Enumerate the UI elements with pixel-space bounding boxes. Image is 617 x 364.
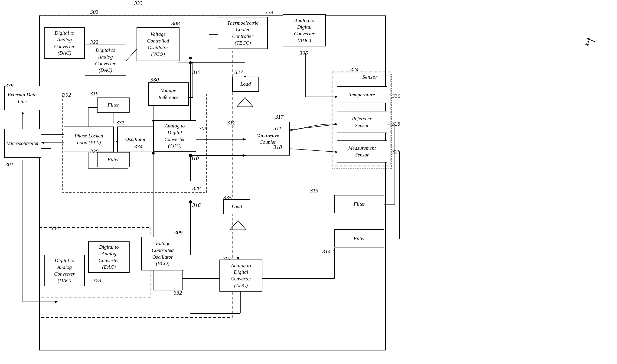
label-308: 308 xyxy=(171,20,180,27)
load-327-block: Load xyxy=(232,77,259,92)
svg-point-82 xyxy=(152,152,155,155)
label-328: 328 xyxy=(192,185,201,192)
filter-313-block: Filter xyxy=(334,195,384,213)
dac-bottom-left-block: Digital toAnalogConverter(DAC) xyxy=(44,255,85,286)
label-324: Sensor xyxy=(362,74,377,80)
svg-marker-10 xyxy=(41,142,44,144)
label-302: 302 xyxy=(63,92,71,98)
filter-319-block: Filter xyxy=(97,98,130,113)
svg-line-28 xyxy=(125,49,137,62)
vco-309-block: VoltageControlledOscillator(VCO) xyxy=(141,237,184,271)
voltage-ref-block: VoltageReference xyxy=(148,82,189,106)
svg-point-87 xyxy=(189,57,192,59)
label-307: 307 xyxy=(223,255,231,262)
adc-main-block: Analog toDigitalConverter(ADC) xyxy=(153,120,196,152)
svg-marker-62 xyxy=(333,248,336,251)
pll-block: Phase LockedLoop (PLL) xyxy=(64,127,114,152)
dac-323-block: Digital toAnalogConverter(DAC) xyxy=(88,241,130,273)
label-329: 329 xyxy=(265,9,273,15)
label-324-num: 324 xyxy=(350,66,358,73)
label-333: 333 xyxy=(134,0,143,6)
label-322: 322 xyxy=(90,39,98,45)
vco-308-block: VoltageControlledOscillator(VCO) xyxy=(137,27,180,61)
adc-307-block: Analog toDigitalConverter(ADC) xyxy=(219,260,263,292)
reference-sensor-block: ReferenceSensor xyxy=(337,111,387,133)
svg-line-47 xyxy=(288,124,338,130)
label-334: 334 xyxy=(134,143,143,150)
measurement-sensor-block: MeasurementSensor xyxy=(337,141,387,162)
label-304: 304 xyxy=(51,225,59,232)
label-305: 305 xyxy=(300,50,308,56)
label-339: 339 xyxy=(5,82,13,89)
label-327: 327 xyxy=(235,69,243,76)
label-332: 332 xyxy=(174,290,182,296)
corner-arrow xyxy=(584,36,598,48)
tecc-block: ThermoelectricCoolerController(TECC) xyxy=(218,17,268,49)
svg-marker-70 xyxy=(55,301,58,303)
external-data-line-block: External Data Line xyxy=(4,86,40,110)
label-318: 318 xyxy=(274,144,282,150)
svg-point-90 xyxy=(189,61,192,64)
label-306: 306 xyxy=(199,125,207,132)
label-312: 312 xyxy=(227,119,236,126)
label-301: 301 xyxy=(5,161,13,168)
dac-top-left-block: Digital toAnalogConverter(DAC) xyxy=(44,27,85,59)
microwave-coupler-block: MicrowaveCoupler xyxy=(246,122,290,156)
label-330: 330 xyxy=(150,77,159,83)
label-319: 319 xyxy=(90,91,98,97)
label-314: 314 xyxy=(322,248,331,255)
label-323: 323 xyxy=(93,277,101,284)
label-313: 313 xyxy=(310,188,318,194)
label-316: 316 xyxy=(192,202,201,208)
temperature-sensor-block: Temperature xyxy=(337,86,387,103)
filter-320-block: Filter xyxy=(97,152,130,167)
label-315: 315 xyxy=(192,69,201,76)
svg-marker-35 xyxy=(230,221,246,230)
filter-314-block: Filter xyxy=(334,229,384,247)
label-309: 309 xyxy=(174,229,183,236)
label-311: 311 xyxy=(274,125,281,132)
label-317: 317 xyxy=(275,114,284,120)
svg-line-49 xyxy=(288,149,338,152)
adc-305-block: Analog toDigitalConverter(ADC) xyxy=(283,14,326,46)
label-326: 326 xyxy=(392,149,400,155)
label-331: 331 xyxy=(116,119,124,126)
label-335: 335 xyxy=(223,195,232,201)
label-336: 336 xyxy=(392,93,400,99)
svg-point-46 xyxy=(189,200,192,204)
label-320: 320 xyxy=(90,148,98,154)
label-310: 310 xyxy=(190,155,199,161)
dac-322-block: Digital toAnalogConverter(DAC) xyxy=(85,45,126,76)
svg-marker-33 xyxy=(237,98,253,107)
diagram: External Data Line Microcontroller Phase… xyxy=(0,0,617,364)
svg-marker-6 xyxy=(22,111,24,114)
load-335-block: Load xyxy=(223,199,250,214)
label-325: 325 xyxy=(392,121,400,127)
label-303: 303 xyxy=(90,9,98,15)
microcontroller-block: Microcontroller xyxy=(4,129,41,158)
